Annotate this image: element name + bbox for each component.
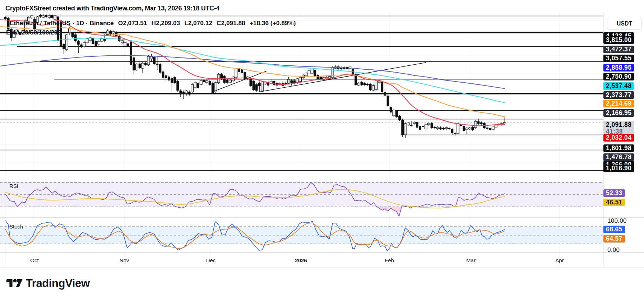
svg-text:TradingView: TradingView: [26, 277, 90, 290]
